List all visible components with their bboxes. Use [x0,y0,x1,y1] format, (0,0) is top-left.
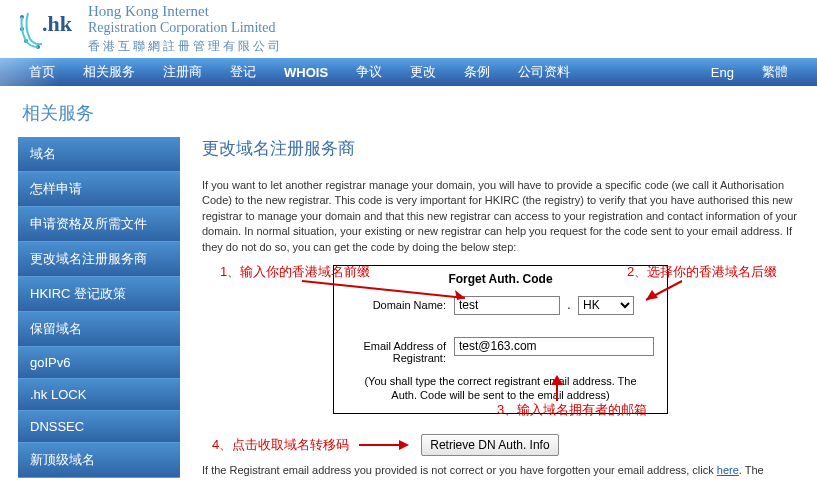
form-title: Forget Auth. Code [334,266,667,292]
content-area: 更改域名注册服务商 If you want to let another reg… [180,137,817,478]
annotation-4: 4、点击收取域名转移码 [212,436,349,454]
footer-text: If the Registrant email address you prov… [202,464,799,476]
annotation-2: 2、选择你的香港域名后缀 [627,263,777,281]
section-title: 相关服务 [0,86,817,137]
email-input[interactable] [454,337,654,356]
site-header: .hk Hong Kong Internet Registration Corp… [0,0,817,58]
domain-dot: . [567,298,570,312]
sidebar-item-reserved[interactable]: 保留域名 [18,312,180,347]
forget-auth-form: Forget Auth. Code Domain Name: . HK Emai… [333,265,668,414]
footer-text-after: . The [739,464,764,476]
company-name: Hong Kong Internet Registration Corporat… [88,3,283,55]
nav-rules[interactable]: 条例 [450,63,504,81]
svg-marker-12 [399,440,409,450]
sidebar-item-hkirc-policy[interactable]: HKIRC 登记政策 [18,277,180,312]
company-name-en1: Hong Kong Internet [88,3,283,20]
sidebar-item-change-registrar[interactable]: 更改域名注册服务商 [18,242,180,277]
email-label: Email Address of Registrant: [346,337,454,364]
sidebar-item-domain[interactable]: 域名 [18,137,180,172]
svg-text:.hk: .hk [42,11,73,36]
form-annotation-wrapper: 1、输入你的香港域名前缀 2、选择你的香港域名后缀 Forget Auth. C… [202,265,799,456]
company-name-zh: 香港互聯網註冊管理有限公司 [88,38,283,55]
footer-text-before: If the Registrant email address you prov… [202,464,717,476]
nav-change[interactable]: 更改 [396,63,450,81]
annotation-1: 1、输入你的香港域名前缀 [220,263,370,281]
retrieve-button[interactable]: Retrieve DN Auth. Info [421,434,558,456]
nav-lang-trad[interactable]: 繁體 [748,63,802,81]
nav-registrars[interactable]: 注册商 [149,63,216,81]
form-note: (You shall type the correct registrant e… [334,368,667,403]
annotation-3: 3、输入域名拥有者的邮箱 [497,401,647,419]
tld-select[interactable]: HK [578,296,634,315]
sidebar-item-dnssec[interactable]: DNSSEC [18,411,180,443]
sidebar: 域名 怎样申请 申请资格及所需文件 更改域名注册服务商 HKIRC 登记政策 保… [18,137,180,478]
intro-text: If you want to let another registrar man… [202,178,799,255]
nav-lang-eng[interactable]: Eng [697,65,748,80]
domain-input[interactable] [454,296,560,315]
nav-services[interactable]: 相关服务 [69,63,149,81]
nav-disputes[interactable]: 争议 [342,63,396,81]
sidebar-item-hklock[interactable]: .hk LOCK [18,379,180,411]
top-nav: 首页 相关服务 注册商 登记 WHOIS 争议 更改 条例 公司资料 Eng 繁… [0,58,817,86]
page-title: 更改域名注册服务商 [202,137,799,160]
nav-company[interactable]: 公司资料 [504,63,584,81]
sidebar-item-eligibility[interactable]: 申请资格及所需文件 [18,207,180,242]
nav-register[interactable]: 登记 [216,63,270,81]
sidebar-item-how-apply[interactable]: 怎样申请 [18,172,180,207]
arrow-4 [355,437,415,453]
sidebar-item-new-gtld[interactable]: 新顶级域名 [18,443,180,478]
company-name-en2: Registration Corporation Limited [88,20,283,36]
logo-mark: .hk [20,9,80,49]
sidebar-item-goipv6[interactable]: goIPv6 [18,347,180,379]
nav-whois[interactable]: WHOIS [270,65,342,80]
footer-link-here[interactable]: here [717,464,739,476]
domain-label: Domain Name: [346,296,454,311]
